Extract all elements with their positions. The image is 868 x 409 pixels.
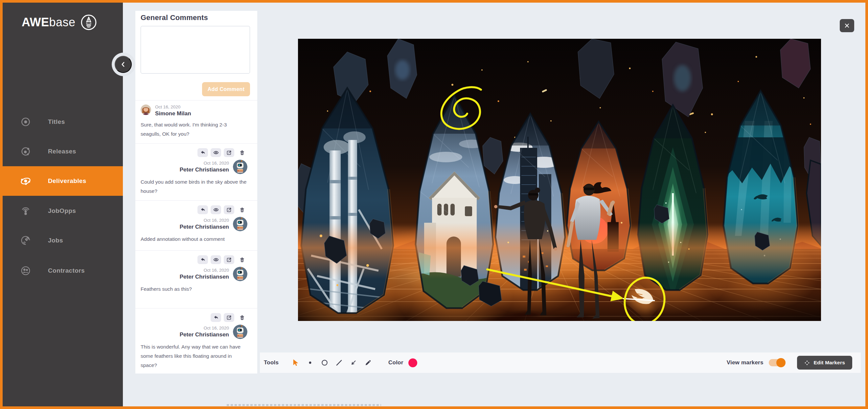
tool-line-button[interactable] — [333, 356, 345, 369]
view-annotation-button[interactable] — [211, 255, 221, 264]
artwork-scene — [298, 39, 821, 321]
close-button[interactable] — [840, 19, 854, 32]
deliverables-atom-icon — [18, 173, 33, 189]
edit-icon — [226, 150, 232, 155]
circle-icon — [321, 359, 328, 366]
sidebar-item-label: Titles — [48, 118, 65, 125]
comments-panel: General Comments Add Comment Oct 16, 202… — [135, 11, 257, 374]
sidebar-item-releases[interactable]: Releases — [3, 137, 123, 166]
reply-button[interactable] — [197, 255, 208, 264]
close-icon — [844, 22, 850, 29]
comment-text: Could you add some birds in the sky abov… — [141, 178, 247, 196]
sidebar-item-jobopps[interactable]: JobOpps — [3, 196, 123, 226]
color-swatch-button[interactable] — [408, 358, 417, 367]
arrow-southwest-icon — [350, 359, 357, 366]
clipped-background-text — [227, 404, 381, 406]
comment-item: Oct 16, 2020 Peter Christiansen Feathers… — [135, 250, 257, 308]
brand-name: AWEbase — [22, 15, 75, 29]
comment-date: Oct 16, 2020 — [155, 104, 191, 109]
comment-date: Oct 16, 2020 — [180, 325, 229, 331]
edit-icon — [226, 315, 232, 320]
edit-icon — [226, 207, 232, 213]
deliverable-artwork-canvas[interactable] — [298, 39, 821, 321]
edit-icon — [226, 257, 232, 262]
cursor-icon — [292, 359, 300, 367]
tool-circle-button[interactable] — [318, 356, 331, 369]
edit-comment-button[interactable] — [224, 313, 234, 322]
tool-cursor-button[interactable] — [289, 356, 302, 369]
sidebar-item-label: Deliverables — [48, 178, 86, 185]
edit-markers-button[interactable]: Edit Markers — [797, 356, 852, 370]
comment-author: Peter Christiansen — [180, 224, 229, 230]
view-markers-toggle[interactable] — [769, 359, 784, 366]
tool-pencil-button[interactable] — [362, 356, 374, 369]
reply-icon — [213, 315, 219, 320]
avatar-peter — [233, 324, 247, 339]
sidebar-item-label: JobOpps — [48, 207, 76, 215]
delete-comment-button[interactable] — [237, 313, 247, 322]
add-comment-button[interactable]: Add Comment — [202, 82, 250, 96]
avatar-peter — [233, 160, 247, 174]
delete-comment-button[interactable] — [237, 255, 247, 264]
eye-icon — [213, 150, 219, 155]
tool-arrow-button[interactable] — [347, 356, 360, 369]
comment-date: Oct 16, 2020 — [180, 268, 229, 273]
color-label: Color — [388, 359, 403, 366]
avatar-peter — [233, 267, 247, 281]
sidebar-item-label: Releases — [48, 148, 76, 155]
comment-author: Peter Christiansen — [180, 274, 229, 280]
comment-author: Simone Milan — [155, 111, 191, 117]
toggle-knob — [776, 358, 785, 367]
trash-icon — [239, 150, 245, 156]
reply-button[interactable] — [197, 148, 208, 157]
sidebar-item-deliverables[interactable]: Deliverables — [3, 166, 123, 196]
sidebar: AWEbase Titles Releases Deliverables Job… — [3, 3, 123, 406]
comment-text: Added annotation without a comment — [141, 234, 247, 244]
chevron-left-icon — [120, 61, 127, 68]
sidebar-item-contractors[interactable]: Contractors — [3, 256, 123, 285]
brand-name-bold: AWE — [22, 15, 49, 29]
comment-author: Peter Christiansen — [180, 166, 229, 173]
avatar-simone — [141, 104, 151, 115]
eye-icon — [213, 207, 219, 213]
jobopps-icon — [18, 203, 33, 219]
comment-author: Peter Christiansen — [180, 332, 229, 338]
trash-icon — [239, 315, 245, 321]
reply-icon — [200, 150, 206, 155]
trash-icon — [239, 207, 245, 213]
sidebar-collapse-button[interactable] — [115, 56, 132, 73]
edit-comment-button[interactable] — [224, 255, 234, 264]
delete-comment-button[interactable] — [237, 148, 247, 157]
edit-markers-label: Edit Markers — [814, 360, 845, 366]
brand-logo: AWEbase — [22, 14, 97, 31]
comment-text: Feathers such as this? — [141, 284, 247, 294]
view-annotation-button[interactable] — [211, 205, 221, 214]
reply-icon — [200, 207, 206, 213]
view-markers-label: View markers — [727, 359, 764, 366]
edit-comment-button[interactable] — [224, 148, 234, 157]
sidebar-item-jobs[interactable]: Jobs — [3, 226, 123, 255]
comment-text: Sure, that would work. I'm thinking 2-3 … — [141, 120, 247, 138]
comments-panel-title: General Comments — [141, 13, 208, 22]
jobs-rocket-icon — [18, 232, 33, 248]
view-annotation-button[interactable] — [211, 148, 221, 157]
annotation-toolbar: Tools Color View markers Edit Markers — [260, 352, 861, 373]
sidebar-item-titles[interactable]: Titles — [3, 107, 123, 137]
comment-text: This is wonderful. Any way that we can h… — [141, 342, 247, 370]
new-comment-input[interactable] — [141, 26, 250, 73]
titles-icon — [18, 114, 33, 130]
tool-dot-button[interactable] — [304, 356, 316, 369]
app-window: AWEbase Titles Releases Deliverables Job… — [0, 0, 868, 409]
eye-icon — [213, 257, 219, 262]
edit-comment-button[interactable] — [224, 205, 234, 214]
contractors-icon — [18, 263, 33, 279]
line-icon — [335, 359, 343, 366]
reply-button[interactable] — [211, 313, 221, 322]
reply-icon — [200, 257, 206, 262]
tools-label: Tools — [264, 359, 279, 366]
avatar-peter — [233, 217, 247, 231]
delete-comment-button[interactable] — [237, 205, 247, 214]
move-icon — [804, 360, 810, 366]
brand-name-light: base — [49, 15, 75, 29]
reply-button[interactable] — [197, 205, 208, 214]
